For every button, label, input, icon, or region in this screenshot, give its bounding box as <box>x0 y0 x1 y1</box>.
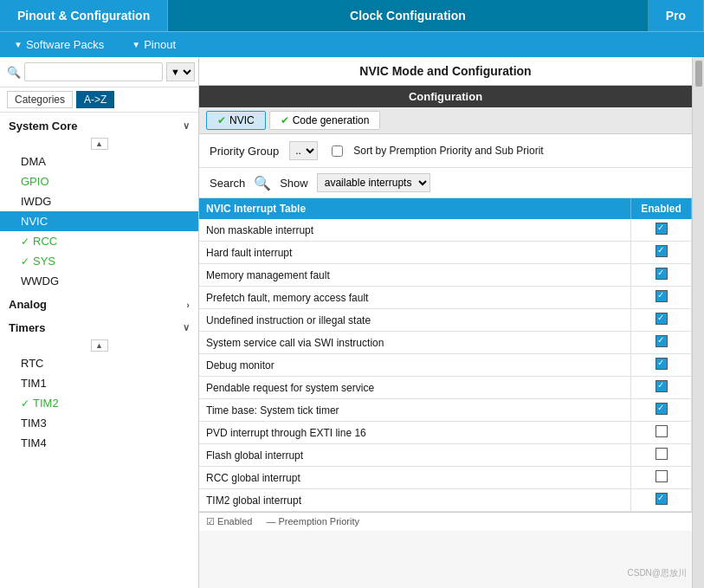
sidebar-item-rcc[interactable]: ✓ RCC <box>0 231 198 251</box>
check-icon: ✓ <box>21 236 29 248</box>
tab-a-to-z[interactable]: A->Z <box>76 91 114 108</box>
sidebar-category-analog[interactable]: Analog › <box>0 291 198 314</box>
check-icon: ✔ <box>217 114 226 126</box>
priority-group-select[interactable]: .. 0 1 2 3 4 <box>289 141 318 160</box>
sub-nav-pinout[interactable]: ▼ Pinout <box>118 32 190 57</box>
show-label: Show <box>280 177 308 190</box>
scroll-up-button-2[interactable]: ▲ <box>91 339 108 352</box>
interrupt-enabled-cell[interactable] <box>631 467 692 489</box>
interrupt-name: Prefetch fault, memory access fault <box>199 287 631 309</box>
interrupt-enabled-checkbox[interactable] <box>656 290 668 302</box>
interrupt-enabled-checkbox[interactable] <box>656 268 668 280</box>
interrupt-enabled-cell[interactable] <box>631 422 692 444</box>
scroll-up-button[interactable]: ▲ <box>91 138 108 150</box>
interrupt-enabled-cell[interactable] <box>631 264 692 287</box>
table-row: Time base: System tick timer <box>199 399 692 422</box>
scroll-up-btn-area: ▲ <box>0 136 198 152</box>
sidebar-item-sys[interactable]: ✓ SYS <box>0 251 198 271</box>
config-section-header: Configuration <box>199 86 692 107</box>
sub-nav-software-packs[interactable]: ▼ Software Packs <box>0 32 118 57</box>
interrupt-name: Pendable request for system service <box>199 377 631 399</box>
hint-preemption: — Preemption Priority <box>266 516 359 527</box>
interrupt-enabled-cell[interactable] <box>631 309 692 332</box>
interrupt-enabled-cell[interactable] <box>631 444 692 467</box>
sort-label: Sort by Premption Priority and Sub Prior… <box>353 145 543 157</box>
col-header-enabled: Enabled <box>631 198 692 219</box>
chevron-down-icon: ▼ <box>132 40 140 49</box>
interrupt-enabled-cell[interactable] <box>631 399 692 422</box>
interrupt-name: Debug monitor <box>199 354 631 377</box>
table-row: Debug monitor <box>199 354 692 377</box>
sidebar-item-gpio[interactable]: GPIO <box>0 171 198 191</box>
table-row: Pendable request for system service <box>199 377 692 399</box>
sidebar-tabs: Categories A->Z <box>0 87 198 113</box>
search-button[interactable]: 🔍 <box>254 175 271 191</box>
col-header-nvic-interrupt: NVIC Interrupt Table <box>199 198 631 219</box>
bottom-hint: ☑ Enabled — Preemption Priority <box>199 512 692 531</box>
sidebar: 🔍 ▼ ⚙ Categories A->Z System Core ∨ ▲ DM… <box>0 57 199 588</box>
table-row: Hard fault interrupt <box>199 242 692 264</box>
interrupt-name: Hard fault interrupt <box>199 242 631 264</box>
sort-checkbox[interactable] <box>332 145 343 157</box>
table-row: System service call via SWI instruction <box>199 332 692 354</box>
interrupt-name: Undefined instruction or illegal state <box>199 309 631 332</box>
interrupt-enabled-cell[interactable] <box>631 242 692 264</box>
table-row: RCC global interrupt <box>199 467 692 489</box>
interrupt-enabled-checkbox[interactable] <box>656 223 668 235</box>
scroll-up-btn-area-2: ▲ <box>0 338 198 353</box>
interrupt-enabled-checkbox[interactable] <box>656 403 668 415</box>
interrupt-enabled-cell[interactable] <box>631 332 692 354</box>
interrupt-enabled-checkbox[interactable] <box>656 380 668 392</box>
interrupt-enabled-checkbox[interactable] <box>656 358 668 370</box>
search-row: Search 🔍 Show available interrupts all i… <box>199 168 692 198</box>
nav-pinout-config[interactable]: Pinout & Configuration <box>0 0 168 31</box>
sidebar-item-rtc[interactable]: RTC <box>0 353 198 373</box>
table-row: Memory management fault <box>199 264 692 287</box>
content-title: NVIC Mode and Configuration <box>199 57 692 86</box>
interrupt-table-container[interactable]: NVIC Interrupt Table Enabled Non maskabl… <box>199 198 692 588</box>
interrupt-enabled-cell[interactable] <box>631 287 692 309</box>
sidebar-category-system-core[interactable]: System Core ∨ <box>0 113 198 136</box>
interrupt-name: RCC global interrupt <box>199 467 631 489</box>
sidebar-item-tim3[interactable]: TIM3 <box>0 413 198 433</box>
interrupt-enabled-cell[interactable] <box>631 377 692 399</box>
sidebar-search-bar: 🔍 ▼ ⚙ <box>0 57 198 87</box>
interrupt-name: Flash global interrupt <box>199 444 631 467</box>
search-icon: 🔍 <box>7 66 21 79</box>
interrupt-name: System service call via SWI instruction <box>199 332 631 354</box>
interrupt-enabled-checkbox[interactable] <box>656 470 668 482</box>
interrupt-name: Time base: System tick timer <box>199 399 631 422</box>
sidebar-search-dropdown[interactable]: ▼ <box>166 62 195 81</box>
sidebar-item-wwdg[interactable]: WWDG <box>0 271 198 291</box>
sidebar-item-tim1[interactable]: TIM1 <box>0 373 198 393</box>
chevron-down-icon: ▼ <box>14 40 23 49</box>
interrupt-enabled-checkbox[interactable] <box>656 313 668 325</box>
interrupt-enabled-checkbox[interactable] <box>656 448 668 460</box>
sidebar-item-tim4[interactable]: TIM4 <box>0 433 198 453</box>
tab-categories[interactable]: Categories <box>7 91 73 108</box>
interrupt-enabled-cell[interactable] <box>631 354 692 377</box>
tab-nvic[interactable]: ✔ NVIC <box>206 111 266 130</box>
interrupt-enabled-checkbox[interactable] <box>656 425 668 437</box>
nav-clock-config[interactable]: Clock Configuration <box>168 0 648 31</box>
interrupt-enabled-cell[interactable] <box>631 489 692 512</box>
sidebar-category-timers[interactable]: Timers ∨ <box>0 314 198 338</box>
interrupt-enabled-checkbox[interactable] <box>656 245 668 257</box>
interrupt-enabled-checkbox[interactable] <box>656 493 668 505</box>
interrupt-name: Memory management fault <box>199 264 631 287</box>
sidebar-item-nvic[interactable]: NVIC <box>0 211 198 231</box>
nav-pro[interactable]: Pro <box>649 0 704 31</box>
sidebar-item-tim2[interactable]: ✓ TIM2 <box>0 393 198 413</box>
interrupt-name: PVD interrupt through EXTI line 16 <box>199 422 631 444</box>
sidebar-search-input[interactable] <box>24 62 163 81</box>
show-select[interactable]: available interrupts all interrupts enab… <box>317 173 430 192</box>
interrupt-enabled-checkbox[interactable] <box>656 335 668 347</box>
right-edge-scrollbar[interactable] <box>692 57 704 588</box>
interrupt-enabled-cell[interactable] <box>631 219 692 242</box>
tab-code-generation[interactable]: ✔ Code generation <box>269 111 381 130</box>
table-row: PVD interrupt through EXTI line 16 <box>199 422 692 444</box>
sidebar-item-iwdg[interactable]: IWDG <box>0 191 198 211</box>
check-icon: ✓ <box>21 255 29 268</box>
top-navigation: Pinout & Configuration Clock Configurati… <box>0 0 704 31</box>
sidebar-item-dma[interactable]: DMA <box>0 152 198 171</box>
